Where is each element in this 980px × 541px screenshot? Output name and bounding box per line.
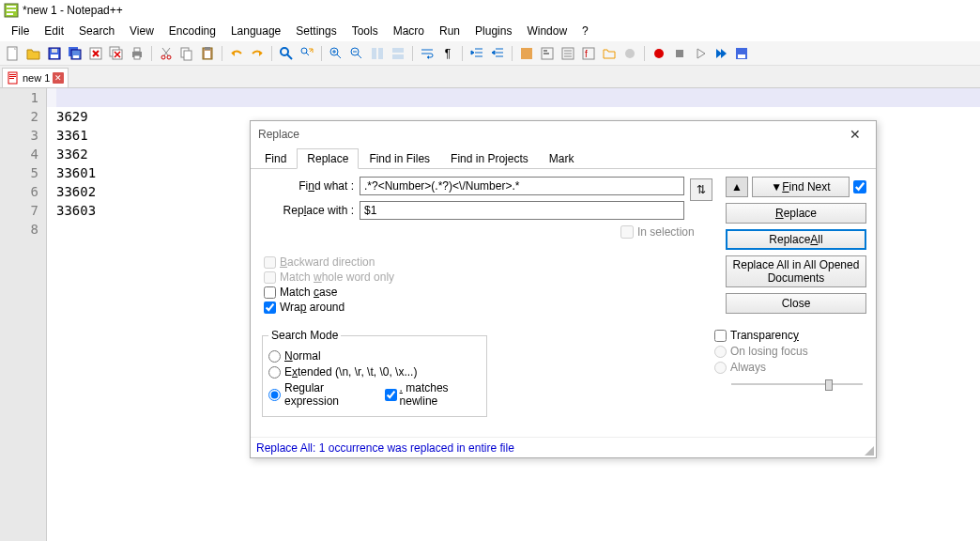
dialog-title: Replace — [258, 128, 299, 141]
dialog-tabs: Find Replace Find in Files Find in Proje… — [251, 147, 876, 169]
svg-rect-16 — [134, 55, 140, 59]
tb-zoomout-icon[interactable] — [347, 44, 366, 63]
find-next-checkbox[interactable] — [853, 180, 866, 193]
transparency-checkbox[interactable] — [714, 330, 727, 342]
menu-window[interactable]: Window — [519, 23, 574, 39]
tb-cut-icon[interactable] — [157, 44, 176, 63]
app-icon — [4, 3, 19, 18]
tb-undo-icon[interactable] — [227, 44, 246, 63]
wrap-around-checkbox-row[interactable]: Wrap around — [264, 301, 394, 314]
menu-file[interactable]: File — [4, 23, 37, 39]
file-tab[interactable]: new 1 ✕ — [2, 68, 69, 87]
wrap-around-checkbox[interactable] — [264, 301, 276, 314]
tb-save-icon[interactable] — [45, 44, 64, 63]
regex-radio[interactable] — [268, 389, 281, 401]
tab-find-in-projects[interactable]: Find in Projects — [440, 148, 539, 169]
tb-copy-icon[interactable] — [177, 44, 196, 63]
dialog-titlebar[interactable]: Replace ✕ — [251, 121, 876, 147]
svg-rect-2 — [7, 9, 16, 11]
svg-rect-23 — [205, 47, 210, 50]
search-up-button[interactable]: ▲ — [726, 177, 748, 197]
file-tab-bar: new 1 ✕ — [0, 66, 980, 88]
find-next-button[interactable]: ▼ Find Next — [752, 177, 850, 197]
svg-point-17 — [161, 55, 165, 59]
tb-savemacro-icon[interactable] — [732, 44, 751, 63]
on-losing-focus-radio-row: On losing focus — [714, 345, 865, 358]
transparency-checkbox-row[interactable]: Transparency — [714, 329, 865, 342]
match-case-checkbox-row[interactable]: Match case — [264, 286, 394, 299]
svg-point-40 — [654, 49, 664, 58]
tb-docmap-icon[interactable] — [538, 44, 557, 63]
tb-new-icon[interactable] — [4, 44, 23, 63]
replace-with-input[interactable] — [360, 201, 684, 220]
tb-saveall-icon[interactable] — [66, 44, 84, 63]
line-number: 7 — [0, 201, 38, 220]
tb-doclist-icon[interactable] — [559, 44, 577, 63]
menu-edit[interactable]: Edit — [37, 23, 71, 39]
in-selection-input — [620, 225, 634, 239]
matches-newline-checkbox-row[interactable]: . matches newline — [385, 381, 481, 408]
tb-indent-icon[interactable] — [467, 44, 486, 63]
resize-grip-icon[interactable] — [863, 444, 874, 456]
tb-closeall-icon[interactable] — [107, 44, 126, 63]
tb-sync-icon[interactable] — [368, 44, 387, 63]
tb-outdent-icon[interactable] — [488, 44, 507, 63]
line-number: 6 — [0, 182, 38, 201]
regex-radio-row[interactable]: Regular expression . matches newline — [268, 381, 481, 408]
menu-search[interactable]: Search — [71, 23, 122, 39]
match-case-checkbox[interactable] — [264, 286, 276, 299]
tb-replace-icon[interactable] — [298, 44, 316, 63]
menu-settings[interactable]: Settings — [288, 23, 344, 39]
menu-tools[interactable]: Tools — [345, 23, 386, 39]
tb-udl-icon[interactable] — [517, 44, 536, 63]
menu-view[interactable]: View — [122, 23, 161, 39]
svg-text:f: f — [585, 49, 588, 59]
on-losing-focus-radio — [714, 346, 727, 358]
swap-button[interactable]: ⇅ — [690, 178, 712, 201]
menu-encoding[interactable]: Encoding — [161, 23, 223, 39]
tab-find-in-files[interactable]: Find in Files — [359, 148, 440, 169]
tb-close-icon[interactable] — [86, 44, 105, 63]
tb-folder-icon[interactable] — [600, 44, 619, 63]
tab-mark[interactable]: Mark — [539, 148, 585, 169]
menu-help[interactable]: ? — [574, 23, 596, 39]
svg-rect-34 — [544, 50, 547, 52]
matches-newline-checkbox[interactable] — [385, 389, 397, 401]
tb-wordwrap-icon[interactable] — [418, 44, 436, 63]
tb-paste-icon[interactable] — [198, 44, 217, 63]
close-button[interactable]: Close — [726, 293, 866, 314]
extended-radio-row[interactable]: Extended (\n, \r, \t, \0, \x...) — [268, 365, 481, 379]
tb-playmulti-icon[interactable] — [712, 44, 730, 63]
replace-all-opened-button[interactable]: Replace All in All Opened Documents — [726, 255, 866, 287]
tab-find[interactable]: Find — [254, 148, 297, 169]
tb-record-icon[interactable] — [650, 44, 668, 63]
svg-point-24 — [281, 48, 288, 55]
tb-zoomin-icon[interactable] — [327, 44, 345, 63]
normal-radio-row[interactable]: Normal — [268, 349, 481, 363]
menu-run[interactable]: Run — [432, 23, 467, 39]
tab-replace[interactable]: Replace — [297, 148, 359, 169]
svg-rect-6 — [51, 54, 58, 58]
find-what-input[interactable] — [360, 177, 684, 195]
replace-button[interactable]: Replace — [726, 203, 866, 224]
extended-radio[interactable] — [268, 366, 281, 379]
tb-print-icon[interactable] — [128, 44, 146, 63]
menu-plugins[interactable]: Plugins — [467, 23, 519, 39]
tb-allchars-icon[interactable]: ¶ — [438, 44, 457, 63]
tb-find-icon[interactable] — [277, 44, 296, 63]
tb-stop-icon[interactable] — [670, 44, 689, 63]
replace-all-button[interactable]: Replace All — [726, 229, 866, 250]
tb-monitor-icon[interactable] — [620, 44, 639, 63]
tb-open-icon[interactable] — [24, 44, 43, 63]
normal-radio[interactable] — [268, 350, 281, 363]
tb-redo-icon[interactable] — [248, 44, 267, 63]
tb-syncv-icon[interactable] — [389, 44, 407, 63]
menu-language[interactable]: Language — [223, 23, 288, 39]
svg-rect-20 — [184, 51, 191, 60]
file-tab-close-icon[interactable]: ✕ — [53, 72, 64, 84]
dialog-close-icon[interactable]: ✕ — [842, 125, 868, 144]
svg-rect-47 — [9, 78, 14, 79]
tb-funclist-icon[interactable]: f — [579, 44, 598, 63]
tb-play-icon[interactable] — [691, 44, 710, 63]
menu-macro[interactable]: Macro — [386, 23, 432, 39]
